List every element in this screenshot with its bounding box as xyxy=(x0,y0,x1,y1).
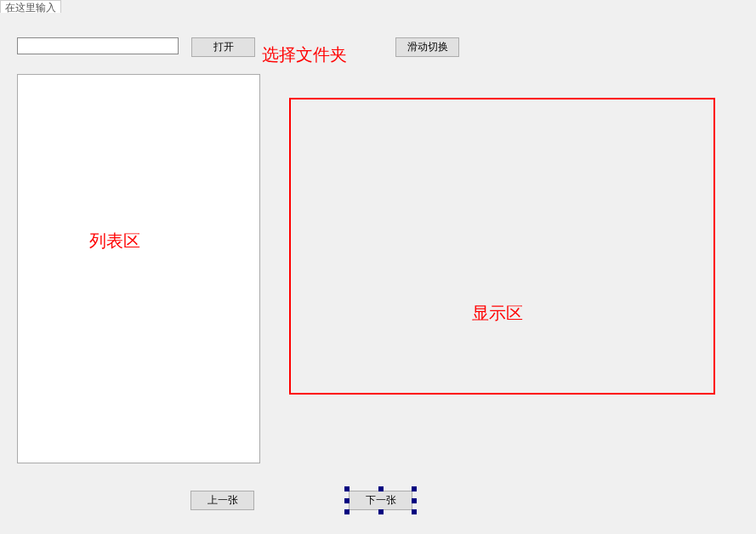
select-folder-label: 选择文件夹 xyxy=(262,43,347,66)
list-area-panel[interactable] xyxy=(17,74,260,463)
display-area-panel[interactable] xyxy=(289,98,715,395)
display-area-label: 显示区 xyxy=(472,302,523,325)
prev-button[interactable]: 上一张 xyxy=(190,491,254,510)
tab-container: 在这里输入 xyxy=(0,0,756,13)
path-input[interactable] xyxy=(17,37,179,54)
next-button[interactable]: 下一张 xyxy=(349,491,412,510)
list-area-label: 列表区 xyxy=(89,230,140,253)
design-surface[interactable]: 打开 选择文件夹 滑动切换 列表区 显示区 上一张 下一张 xyxy=(0,13,756,534)
open-button[interactable]: 打开 xyxy=(191,37,255,57)
switch-button[interactable]: 滑动切换 xyxy=(395,37,459,57)
